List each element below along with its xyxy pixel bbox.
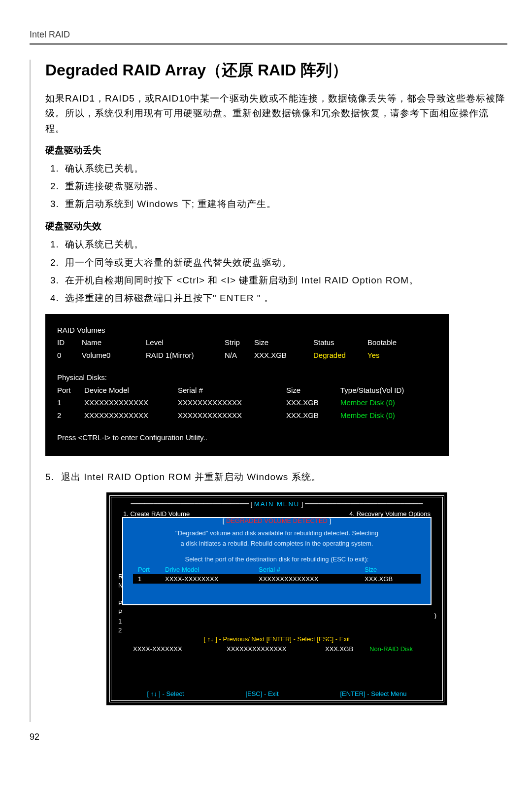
raid-volumes-label: RAID Volumes [57,324,437,337]
char: 2 [118,626,123,635]
char: 1 [118,617,123,626]
col: Bootable [367,336,412,349]
intro-paragraph: 如果RAID1，RAID5，或RAID10中某一个驱动失败或不能连接，数据镜像丢… [45,91,507,136]
step: 确认系统已关机。 [62,236,507,253]
member-disk: Member Disk (0) [340,409,429,422]
cell: N/A [225,349,254,362]
col: Port [57,384,84,397]
step-5: 5.退出 Intel RAID Option ROM 并重新启动 Windows… [45,471,507,484]
line: "Degraded" volume and disk available for… [133,528,421,539]
col: Serial # [178,384,286,397]
cell: XXXXXXXXXXXXX [84,409,178,422]
step: 选择重建的目标磁盘端口并且按下" ENTER " 。 [62,289,507,307]
step-text: 退出 Intel RAID Option ROM 并重新启动 Windows 系… [61,472,321,482]
pd-row: 1 XXXXXXXXXXXXX XXXXXXXXXXXXX XXX.XGB Me… [57,396,437,409]
line: a disk initiates a rebuild. Rebuild comp… [133,539,421,549]
char: P [118,608,123,617]
step: 确认系统已关机。 [62,160,507,177]
physical-disks-label: Physical Disks: [57,371,437,384]
pd-header-row: Port Device Model Serial # Size Type/Sta… [57,384,437,397]
hint-select: [ ↑↓ ] - Select [147,690,184,697]
degraded-dialog: [ DEGRADED VOLUME DETECTED ] "Degraded" … [122,517,432,606]
subhead-missing: 硬盘驱动丢失 [45,144,507,157]
raid-status-console: RAID Volumes ID Name Level Strip Size St… [45,314,449,456]
rv-data-row: 0 Volume0 RAID 1(Mirror) N/A XXX.XGB Deg… [57,349,437,362]
dialog-selected-row[interactable]: 1 XXXX-XXXXXXXX XXXXXXXXXXXXXX XXX.XGB [133,574,421,584]
page-number: 92 [30,732,507,742]
option-rom-console: ══════════════════════════ [ MAIN MENU ]… [109,495,444,702]
cell: Volume0 [82,349,146,362]
cell: XXX.XGB [286,396,340,409]
menu-items: 1. Create RAID Volume 4. Recovery Volume… [123,510,431,518]
col: Size [286,384,340,397]
cell: XXXX-XXXXXXXX [165,575,259,583]
cell: XXX.XGB [325,645,369,653]
cell: XXX.XGB [254,349,313,362]
steps-failed: 确认系统已关机。 用一个同等或更大容量的新硬盘代替失效硬盘驱动。 在开机自检期间… [45,236,507,307]
cell: 1 [57,396,84,409]
menu-item-create[interactable]: 1. Create RAID Volume [123,510,190,518]
non-raid-disk: Non-RAID Disk [369,645,413,653]
col: Status [313,336,367,349]
col: ID [57,336,82,349]
cell: 0 [57,349,82,362]
right-paren: ) [434,612,436,619]
hint-exit: [ESC] - Exit [245,690,278,697]
dialog-table-head: Port Drive Model Serial # Size [133,566,421,573]
cell: RAID 1(Mirror) [146,349,225,362]
page-header: Intel RAID [30,30,507,40]
cell [123,645,133,653]
col: Port [138,566,165,573]
col: Serial # [259,566,365,573]
bootable: Yes [367,349,412,362]
cell: XXX.XGB [365,575,404,583]
press-hint: Press <CTRL-I> to enter Configuration Ut… [57,431,437,444]
dialog-title-text: DEGRADED VOLUME DETECTED [224,517,329,524]
cell: XXXXXXXXXXXXXX [259,575,365,583]
dialog-select-hint: Select the port of the destination disk … [133,555,421,563]
cell: XXXXXXXXXXXXXX [227,645,325,653]
col: Size [254,336,313,349]
cell: XXXXXXXXXXXXX [178,409,286,422]
hint-enter: [ENTER] - Select Menu [340,690,406,697]
dialog-text: "Degraded" volume and disk available for… [133,528,421,549]
section-title: Degraded RAID Array（还原 RAID 阵列） [45,60,507,81]
dialog-title: [ DEGRADED VOLUME DETECTED ] [133,517,421,524]
steps-missing: 确认系统已关机。 重新连接硬盘驱动器。 重新启动系统到 Windows 下; 重… [45,160,507,213]
step: 在开机自检期间同时按下 <Ctrl> 和 <I> 键重新启动到 Intel RA… [62,272,507,289]
cell: XXXX-XXXXXXX [133,645,227,653]
bracket: ] ══════════════════════════ [301,500,423,508]
cell: XXX.XGB [286,409,340,422]
col: Size [365,566,404,573]
background-row: XXXX-XXXXXXX XXXXXXXXXXXXXX XXX.XGB Non-… [123,645,413,653]
col: Device Model [84,384,178,397]
bracket: ══════════════════════════ [ [131,500,252,508]
step: 重新启动系统到 Windows 下; 重建将自动产生。 [62,195,507,213]
col: Name [82,336,146,349]
rv-header-row: ID Name Level Strip Size Status Bootable [57,336,437,349]
pd-row: 2 XXXXXXXXXXXXX XXXXXXXXXXXXX XXX.XGB Me… [57,409,437,422]
dialog-key-hints: [ ↑↓ ] - Previous/ Next [ENTER] - Select… [111,635,442,643]
col: Drive Model [165,566,259,573]
col: Strip [225,336,254,349]
footer-key-hints: [ ↑↓ ] - Select [ESC] - Exit [ENTER] - S… [111,690,442,697]
main-menu-title: ══════════════════════════ [ MAIN MENU ]… [111,500,442,508]
cell: XXXXXXXXXXXXX [84,396,178,409]
content-area: Degraded RAID Array（还原 RAID 阵列） 如果RAID1，… [30,60,507,722]
main-menu-label: MAIN MENU [254,500,299,508]
cell: 2 [57,409,84,422]
step: 用一个同等或更大容量的新硬盘代替失效硬盘驱动。 [62,254,507,272]
member-disk: Member Disk (0) [340,396,429,409]
col: Level [146,336,225,349]
bracket: ] [330,517,332,524]
step: 重新连接硬盘驱动器。 [62,177,507,195]
col: Type/Status(Vol ID) [340,384,429,397]
cell: XXXXXXXXXXXXX [178,396,286,409]
subhead-failed: 硬盘驱动失效 [45,220,507,233]
cell: 1 [138,575,165,583]
step-number: 5. [45,472,61,483]
menu-item-recovery[interactable]: 4. Recovery Volume Options [349,510,431,518]
header-rule [30,43,507,45]
status-degraded: Degraded [313,349,367,362]
